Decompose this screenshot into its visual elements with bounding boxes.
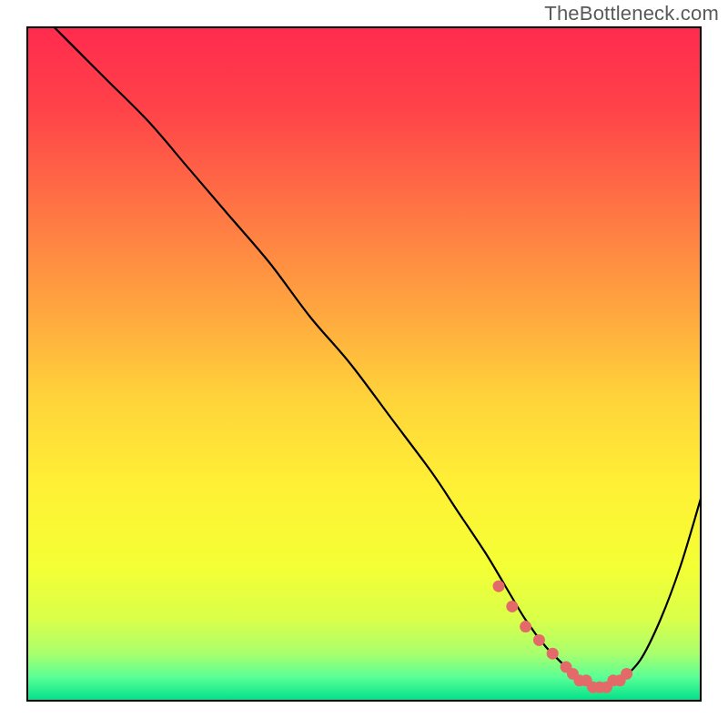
- optimal-marker: [621, 668, 632, 680]
- gradient-background: [27, 27, 701, 701]
- chart-container: TheBottleneck.com: [0, 0, 728, 728]
- optimal-marker: [520, 621, 531, 632]
- watermark: TheBottleneck.com: [544, 2, 719, 25]
- bottleneck-chart: [0, 0, 728, 728]
- optimal-marker: [506, 601, 518, 612]
- optimal-marker: [547, 648, 559, 660]
- optimal-marker: [493, 581, 505, 592]
- optimal-marker: [533, 634, 545, 646]
